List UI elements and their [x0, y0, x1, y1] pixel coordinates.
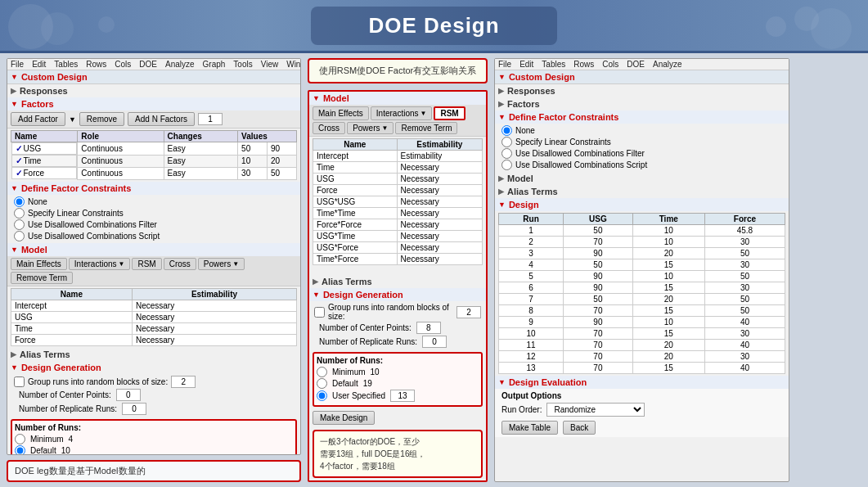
r-constraint-none[interactable]: None	[501, 125, 782, 136]
col-time: Time	[632, 214, 704, 225]
tab-interactions[interactable]: Interactions ▼	[69, 258, 131, 270]
menu-cols[interactable]: Cols	[115, 60, 131, 69]
r-constraint-script[interactable]: Use Disallowed Combinations Script	[501, 160, 782, 170]
menu-rows[interactable]: Rows	[86, 60, 106, 69]
r-constraint-filter[interactable]: Use Disallowed Combinations Filter	[501, 148, 782, 159]
remove-btn[interactable]: Remove	[79, 112, 124, 126]
m-runs-input[interactable]	[390, 390, 415, 402]
col-force: Force	[704, 214, 785, 225]
r-responses-header[interactable]: ▶ Responses	[495, 84, 789, 97]
n-value-input[interactable]	[198, 113, 223, 125]
constraint-none[interactable]: None	[14, 196, 294, 207]
m-tab-interactions[interactable]: Interactions ▼	[371, 106, 433, 120]
add-n-factors-btn[interactable]: Add N Factors	[128, 112, 195, 126]
header: DOE Design	[0, 0, 868, 53]
menu-edit[interactable]: Edit	[32, 60, 46, 69]
model-header[interactable]: ▼ Model	[7, 243, 300, 256]
left-menubar[interactable]: File Edit Tables Rows Cols DOE Analyze G…	[7, 59, 300, 70]
menu-window[interactable]: Window	[286, 60, 301, 69]
random-blocks-check[interactable]: Group runs into random blocks of size:	[14, 376, 294, 388]
m-center-input[interactable]	[416, 322, 441, 334]
table-row: ✓ USG Continuous Easy 50 90	[11, 142, 297, 156]
define-factor-constraints-header[interactable]: ▼ Define Factor Constraints	[7, 182, 300, 195]
center-points-input[interactable]	[116, 389, 141, 401]
design-gen-tri: ▼	[11, 363, 18, 372]
m-tab-rsm[interactable]: RSM	[434, 106, 465, 120]
tab-cross[interactable]: Cross	[164, 258, 196, 270]
r-dfc-header[interactable]: ▼ Define Factor Constraints	[495, 110, 789, 124]
menu-doe[interactable]: DOE	[139, 60, 157, 69]
table-row: USGNecessary	[11, 311, 297, 322]
menu-analyze[interactable]: Analyze	[165, 60, 195, 69]
runs-default-row[interactable]: Default 10	[15, 445, 293, 456]
r-constraint-linear[interactable]: Specify Linear Constraints	[501, 137, 782, 147]
m-random-blocks[interactable]: Group runs into random blocks of size:	[314, 303, 481, 321]
table-row: 3902050	[499, 248, 785, 259]
runs-minimum-row[interactable]: Minimum 4	[15, 434, 293, 444]
design-eval-header[interactable]: ▼ Design Evaluation	[495, 376, 789, 389]
r-menu-cols[interactable]: Cols	[602, 60, 618, 69]
center-points-row: Number of Center Points:	[14, 388, 294, 402]
menu-graph[interactable]: Graph	[203, 60, 226, 69]
m-design-gen-header[interactable]: ▼ Design Generation	[309, 288, 486, 301]
design-gen-header[interactable]: ▼ Design Generation	[7, 361, 300, 374]
m-runs-min[interactable]: Minimum 10	[317, 367, 479, 377]
m-tab-remove[interactable]: Remove Term	[395, 122, 457, 134]
col-changes: Changes	[164, 131, 237, 142]
block-size-input[interactable]	[171, 376, 196, 388]
r-menu-edit[interactable]: Edit	[519, 60, 533, 69]
m-tab-main[interactable]: Main Effects	[313, 106, 369, 120]
r-menu-tables[interactable]: Tables	[542, 60, 565, 69]
constraint-disallowed[interactable]: Use Disallowed Combinations Filter	[14, 219, 294, 230]
make-table-btn[interactable]: Make Table	[501, 421, 558, 435]
r-menu-analyze[interactable]: Analyze	[653, 60, 682, 69]
table-row: 5901050	[499, 271, 785, 282]
table-row: 13701540	[499, 363, 785, 374]
run-order-select[interactable]: Randomize Sequential Sort by Factor	[546, 403, 645, 417]
eval-buttons: Make Table Back	[501, 421, 782, 435]
right-menubar[interactable]: File Edit Tables Rows Cols DOE Analyze	[495, 59, 789, 70]
replicate-runs-input[interactable]	[122, 403, 146, 415]
alias-terms-header[interactable]: ▶ Alias Terms	[7, 348, 300, 361]
tab-remove-term[interactable]: Remove Term	[11, 272, 73, 284]
add-factor-btn[interactable]: Add Factor	[11, 112, 65, 126]
m-tab-cross[interactable]: Cross	[313, 122, 345, 134]
menu-view[interactable]: View	[261, 60, 279, 69]
r-design-header[interactable]: ▼ Design	[495, 198, 789, 211]
r-factors-header[interactable]: ▶ Factors	[495, 97, 789, 110]
m-runs-default[interactable]: Default 19	[317, 378, 479, 389]
middle-model-header[interactable]: ▼ Model	[309, 92, 486, 105]
estimability-container: Name Estimability InterceptNecessary USG…	[7, 286, 300, 348]
constraint-script[interactable]: Use Disallowed Combinations Script	[14, 231, 294, 241]
table-row: ✓ Time Continuous Easy 10 20	[11, 155, 297, 167]
table-row: USGNecessary	[313, 174, 483, 185]
table-row: TimeNecessary	[313, 162, 483, 174]
dd-arrow-add-factor[interactable]: ▼	[69, 115, 76, 124]
m-tab-powers[interactable]: Powers ▼	[347, 122, 394, 134]
table-row: Time*TimeNecessary	[313, 208, 483, 219]
menu-file[interactable]: File	[11, 60, 24, 69]
r-alias-header[interactable]: ▶ Alias Terms	[495, 185, 789, 198]
r-menu-file[interactable]: File	[498, 60, 511, 69]
m-rep-input[interactable]	[422, 336, 447, 348]
m-runs-user[interactable]: User Specified	[317, 390, 479, 402]
m-make-design-btn[interactable]: Make Design	[313, 411, 375, 425]
responses-header[interactable]: ▶ Responses	[7, 84, 300, 97]
alias-tri: ▶	[11, 350, 16, 358]
powers-arrow: ▼	[232, 260, 239, 268]
tab-powers[interactable]: Powers ▼	[198, 258, 245, 270]
m-block-size[interactable]	[456, 306, 481, 318]
design-eval-body: Output Options Run Order: Randomize Sequ…	[495, 389, 789, 437]
r-menu-doe[interactable]: DOE	[627, 60, 645, 69]
back-btn[interactable]: Back	[563, 421, 596, 435]
tab-rsm[interactable]: RSM	[132, 258, 161, 270]
constraint-linear[interactable]: Specify Linear Constraints	[14, 208, 294, 219]
r-menu-rows[interactable]: Rows	[573, 60, 594, 69]
m-alias-header[interactable]: ▶ Alias Terms	[309, 275, 486, 288]
factors-header[interactable]: ▼ Factors	[7, 97, 300, 110]
tab-main-effects[interactable]: Main Effects	[11, 258, 67, 270]
r-model-header[interactable]: ▶ Model	[495, 172, 789, 185]
menu-tools[interactable]: Tools	[233, 60, 252, 69]
menu-tables[interactable]: Tables	[54, 60, 78, 69]
m-center-pts: Number of Center Points:	[314, 321, 481, 335]
